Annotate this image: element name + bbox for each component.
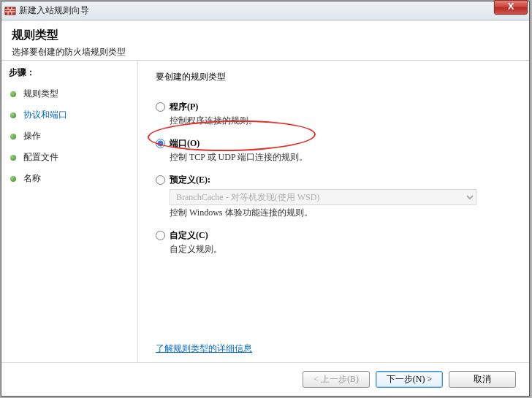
sidebar: 步骤： 规则类型 协议和端口 操作 配置文件 名称: [1, 61, 137, 362]
main-panel: 要创建的规则类型 程序(P) 控制程序连接的规则。 端口(O) 控制 TCP 或…: [137, 61, 529, 362]
titlebar: 新建入站规则向导 X: [1, 1, 529, 20]
step-label: 规则类型: [23, 88, 58, 100]
learn-more-link[interactable]: 了解规则类型的详细信息: [156, 342, 252, 355]
step-label: 名称: [23, 172, 41, 185]
radio-program[interactable]: [156, 102, 165, 112]
bullet-icon: [10, 176, 16, 182]
option-program: 程序(P) 控制程序连接的规则。: [156, 101, 512, 127]
option-port: 端口(O) 控制 TCP 或 UDP 端口连接的规则。: [156, 137, 512, 164]
step-label: 配置文件: [23, 151, 58, 164]
option-title: 程序(P): [170, 101, 198, 113]
option-desc: 控制 Windows 体验功能连接的规则。: [170, 207, 512, 219]
page-title: 规则类型: [12, 28, 519, 43]
step-label: 协议和端口: [23, 109, 67, 121]
step-label: 操作: [23, 130, 41, 142]
step-action[interactable]: 操作: [9, 126, 130, 147]
option-title: 预定义(E):: [170, 174, 210, 186]
steps-heading: 步骤：: [9, 66, 130, 79]
back-button: < 上一步(B): [303, 371, 370, 388]
predefined-select: BranchCache - 对等机发现(使用 WSD): [170, 189, 476, 205]
prompt-text: 要创建的规则类型: [156, 71, 512, 83]
bullet-icon: [10, 91, 16, 97]
radio-program-row[interactable]: 程序(P): [156, 101, 512, 113]
radio-predefined-row[interactable]: 预定义(E):: [156, 174, 512, 186]
option-desc: 控制程序连接的规则。: [170, 115, 512, 127]
step-rule-type[interactable]: 规则类型: [9, 83, 130, 104]
radio-custom[interactable]: [156, 231, 165, 240]
bullet-icon: [10, 112, 16, 118]
option-predefined: 预定义(E): BranchCache - 对等机发现(使用 WSD) 控制 W…: [156, 174, 512, 219]
radio-custom-row[interactable]: 自定义(C): [156, 229, 512, 242]
option-title: 端口(O): [170, 137, 200, 150]
close-button[interactable]: X: [494, 0, 528, 15]
next-button[interactable]: 下一步(N) >: [376, 371, 443, 388]
option-custom: 自定义(C) 自定义规则。: [156, 229, 512, 256]
radio-port-row[interactable]: 端口(O): [156, 137, 512, 150]
option-desc: 自定义规则。: [170, 243, 512, 256]
window-title: 新建入站规则向导: [19, 4, 89, 17]
option-title: 自定义(C): [170, 229, 208, 242]
radio-port[interactable]: [156, 139, 165, 148]
step-protocol-port[interactable]: 协议和端口: [9, 104, 130, 126]
step-profile[interactable]: 配置文件: [9, 147, 130, 168]
page-subtitle: 选择要创建的防火墙规则类型: [12, 46, 519, 58]
radio-predefined[interactable]: [156, 175, 165, 185]
footer: < 上一步(B) 下一步(N) > 取消: [1, 362, 529, 396]
bullet-icon: [10, 155, 16, 161]
cancel-button[interactable]: 取消: [449, 371, 516, 388]
bullet-icon: [10, 134, 16, 139]
firewall-icon: [4, 5, 16, 17]
step-name[interactable]: 名称: [9, 168, 130, 189]
wizard-window: 新建入站规则向导 X 规则类型 选择要创建的防火墙规则类型 步骤： 规则类型 协…: [1, 1, 530, 397]
option-desc: 控制 TCP 或 UDP 端口连接的规则。: [170, 151, 512, 164]
